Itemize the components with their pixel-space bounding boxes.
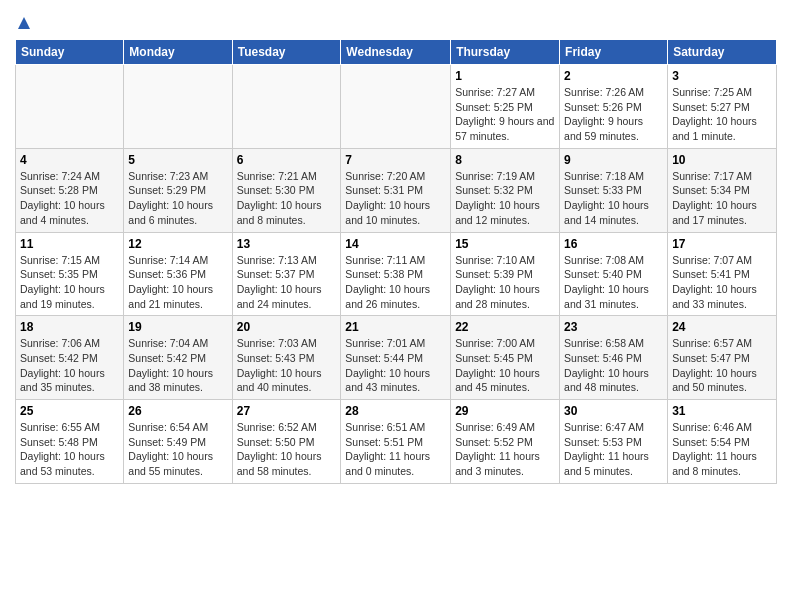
- day-number: 15: [455, 237, 555, 251]
- day-number: 8: [455, 153, 555, 167]
- calendar-cell: 12Sunrise: 7:14 AMSunset: 5:36 PMDayligh…: [124, 232, 232, 316]
- day-info: Sunrise: 7:01 AMSunset: 5:44 PMDaylight:…: [345, 336, 446, 395]
- day-info: Sunrise: 7:19 AMSunset: 5:32 PMDaylight:…: [455, 169, 555, 228]
- day-info: Sunrise: 7:04 AMSunset: 5:42 PMDaylight:…: [128, 336, 227, 395]
- calendar-cell: 4Sunrise: 7:24 AMSunset: 5:28 PMDaylight…: [16, 148, 124, 232]
- calendar-week-1: 1Sunrise: 7:27 AMSunset: 5:25 PMDaylight…: [16, 65, 777, 149]
- day-info: Sunrise: 7:26 AMSunset: 5:26 PMDaylight:…: [564, 85, 663, 144]
- calendar-cell: [16, 65, 124, 149]
- day-info: Sunrise: 6:54 AMSunset: 5:49 PMDaylight:…: [128, 420, 227, 479]
- calendar-cell: [232, 65, 341, 149]
- calendar-cell: 20Sunrise: 7:03 AMSunset: 5:43 PMDayligh…: [232, 316, 341, 400]
- day-number: 9: [564, 153, 663, 167]
- calendar-cell: 9Sunrise: 7:18 AMSunset: 5:33 PMDaylight…: [560, 148, 668, 232]
- calendar-cell: 1Sunrise: 7:27 AMSunset: 5:25 PMDaylight…: [451, 65, 560, 149]
- calendar-cell: 16Sunrise: 7:08 AMSunset: 5:40 PMDayligh…: [560, 232, 668, 316]
- day-info: Sunrise: 7:27 AMSunset: 5:25 PMDaylight:…: [455, 85, 555, 144]
- day-number: 11: [20, 237, 119, 251]
- svg-marker-0: [18, 17, 30, 29]
- day-info: Sunrise: 7:15 AMSunset: 5:35 PMDaylight:…: [20, 253, 119, 312]
- calendar-cell: 18Sunrise: 7:06 AMSunset: 5:42 PMDayligh…: [16, 316, 124, 400]
- calendar-cell: 6Sunrise: 7:21 AMSunset: 5:30 PMDaylight…: [232, 148, 341, 232]
- day-info: Sunrise: 6:58 AMSunset: 5:46 PMDaylight:…: [564, 336, 663, 395]
- calendar-cell: 5Sunrise: 7:23 AMSunset: 5:29 PMDaylight…: [124, 148, 232, 232]
- calendar-cell: 14Sunrise: 7:11 AMSunset: 5:38 PMDayligh…: [341, 232, 451, 316]
- day-info: Sunrise: 7:07 AMSunset: 5:41 PMDaylight:…: [672, 253, 772, 312]
- day-number: 21: [345, 320, 446, 334]
- day-number: 29: [455, 404, 555, 418]
- day-number: 5: [128, 153, 227, 167]
- day-info: Sunrise: 7:11 AMSunset: 5:38 PMDaylight:…: [345, 253, 446, 312]
- day-info: Sunrise: 7:03 AMSunset: 5:43 PMDaylight:…: [237, 336, 337, 395]
- calendar-week-2: 4Sunrise: 7:24 AMSunset: 5:28 PMDaylight…: [16, 148, 777, 232]
- day-number: 30: [564, 404, 663, 418]
- calendar-cell: 22Sunrise: 7:00 AMSunset: 5:45 PMDayligh…: [451, 316, 560, 400]
- day-info: Sunrise: 6:57 AMSunset: 5:47 PMDaylight:…: [672, 336, 772, 395]
- day-number: 20: [237, 320, 337, 334]
- day-info: Sunrise: 7:08 AMSunset: 5:40 PMDaylight:…: [564, 253, 663, 312]
- day-info: Sunrise: 7:24 AMSunset: 5:28 PMDaylight:…: [20, 169, 119, 228]
- day-info: Sunrise: 6:49 AMSunset: 5:52 PMDaylight:…: [455, 420, 555, 479]
- day-number: 19: [128, 320, 227, 334]
- day-info: Sunrise: 7:17 AMSunset: 5:34 PMDaylight:…: [672, 169, 772, 228]
- calendar-cell: 26Sunrise: 6:54 AMSunset: 5:49 PMDayligh…: [124, 400, 232, 484]
- calendar-header-thursday: Thursday: [451, 40, 560, 65]
- day-info: Sunrise: 7:18 AMSunset: 5:33 PMDaylight:…: [564, 169, 663, 228]
- day-number: 16: [564, 237, 663, 251]
- logo: [15, 15, 32, 31]
- day-number: 2: [564, 69, 663, 83]
- day-number: 6: [237, 153, 337, 167]
- day-number: 3: [672, 69, 772, 83]
- day-info: Sunrise: 7:20 AMSunset: 5:31 PMDaylight:…: [345, 169, 446, 228]
- day-number: 25: [20, 404, 119, 418]
- calendar-cell: 23Sunrise: 6:58 AMSunset: 5:46 PMDayligh…: [560, 316, 668, 400]
- day-info: Sunrise: 6:52 AMSunset: 5:50 PMDaylight:…: [237, 420, 337, 479]
- day-info: Sunrise: 7:06 AMSunset: 5:42 PMDaylight:…: [20, 336, 119, 395]
- day-number: 10: [672, 153, 772, 167]
- day-info: Sunrise: 6:47 AMSunset: 5:53 PMDaylight:…: [564, 420, 663, 479]
- day-number: 26: [128, 404, 227, 418]
- day-info: Sunrise: 6:46 AMSunset: 5:54 PMDaylight:…: [672, 420, 772, 479]
- day-info: Sunrise: 7:00 AMSunset: 5:45 PMDaylight:…: [455, 336, 555, 395]
- day-info: Sunrise: 7:13 AMSunset: 5:37 PMDaylight:…: [237, 253, 337, 312]
- calendar-cell: 2Sunrise: 7:26 AMSunset: 5:26 PMDaylight…: [560, 65, 668, 149]
- calendar-cell: 19Sunrise: 7:04 AMSunset: 5:42 PMDayligh…: [124, 316, 232, 400]
- day-info: Sunrise: 6:55 AMSunset: 5:48 PMDaylight:…: [20, 420, 119, 479]
- calendar-header-wednesday: Wednesday: [341, 40, 451, 65]
- calendar-cell: 21Sunrise: 7:01 AMSunset: 5:44 PMDayligh…: [341, 316, 451, 400]
- calendar-cell: 28Sunrise: 6:51 AMSunset: 5:51 PMDayligh…: [341, 400, 451, 484]
- calendar-cell: 7Sunrise: 7:20 AMSunset: 5:31 PMDaylight…: [341, 148, 451, 232]
- calendar-cell: 10Sunrise: 7:17 AMSunset: 5:34 PMDayligh…: [668, 148, 777, 232]
- day-info: Sunrise: 7:25 AMSunset: 5:27 PMDaylight:…: [672, 85, 772, 144]
- calendar-header-tuesday: Tuesday: [232, 40, 341, 65]
- calendar-cell: 3Sunrise: 7:25 AMSunset: 5:27 PMDaylight…: [668, 65, 777, 149]
- header: [15, 10, 777, 31]
- calendar-cell: 8Sunrise: 7:19 AMSunset: 5:32 PMDaylight…: [451, 148, 560, 232]
- calendar-cell: 29Sunrise: 6:49 AMSunset: 5:52 PMDayligh…: [451, 400, 560, 484]
- calendar-cell: 31Sunrise: 6:46 AMSunset: 5:54 PMDayligh…: [668, 400, 777, 484]
- day-number: 23: [564, 320, 663, 334]
- day-number: 7: [345, 153, 446, 167]
- logo-triangle-icon: [16, 15, 32, 31]
- day-number: 27: [237, 404, 337, 418]
- day-number: 12: [128, 237, 227, 251]
- day-number: 28: [345, 404, 446, 418]
- day-number: 17: [672, 237, 772, 251]
- calendar-header-sunday: Sunday: [16, 40, 124, 65]
- calendar-cell: 11Sunrise: 7:15 AMSunset: 5:35 PMDayligh…: [16, 232, 124, 316]
- calendar-week-4: 18Sunrise: 7:06 AMSunset: 5:42 PMDayligh…: [16, 316, 777, 400]
- calendar-header-friday: Friday: [560, 40, 668, 65]
- calendar-week-3: 11Sunrise: 7:15 AMSunset: 5:35 PMDayligh…: [16, 232, 777, 316]
- day-info: Sunrise: 7:14 AMSunset: 5:36 PMDaylight:…: [128, 253, 227, 312]
- day-number: 13: [237, 237, 337, 251]
- calendar-cell: 30Sunrise: 6:47 AMSunset: 5:53 PMDayligh…: [560, 400, 668, 484]
- calendar-cell: [124, 65, 232, 149]
- calendar-cell: 25Sunrise: 6:55 AMSunset: 5:48 PMDayligh…: [16, 400, 124, 484]
- calendar-cell: 17Sunrise: 7:07 AMSunset: 5:41 PMDayligh…: [668, 232, 777, 316]
- day-info: Sunrise: 7:10 AMSunset: 5:39 PMDaylight:…: [455, 253, 555, 312]
- calendar-cell: 24Sunrise: 6:57 AMSunset: 5:47 PMDayligh…: [668, 316, 777, 400]
- calendar: SundayMondayTuesdayWednesdayThursdayFrid…: [15, 39, 777, 484]
- day-number: 31: [672, 404, 772, 418]
- calendar-cell: 15Sunrise: 7:10 AMSunset: 5:39 PMDayligh…: [451, 232, 560, 316]
- calendar-cell: 13Sunrise: 7:13 AMSunset: 5:37 PMDayligh…: [232, 232, 341, 316]
